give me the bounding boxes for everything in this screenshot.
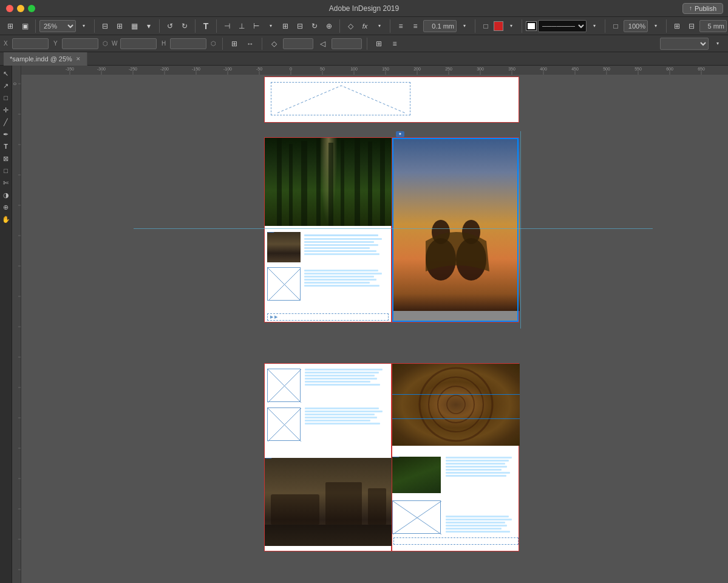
grid-view-icon[interactable]: ⊞: [372, 37, 386, 50]
transform2-icon[interactable]: ◇: [344, 19, 357, 33]
document-tab[interactable]: *sample.indd @ 25% ✕: [4, 52, 87, 66]
tool-group-spacing: ⊞ ⊟ ▾: [670, 19, 728, 33]
svg-rect-70: [380, 139, 385, 226]
tool-gradient[interactable]: ◑: [1, 189, 12, 200]
close-button[interactable]: [6, 5, 13, 12]
svg-text:-100: -100: [223, 67, 232, 71]
distribute-icon[interactable]: ⊟: [293, 19, 307, 33]
transform-icon[interactable]: ↻: [308, 19, 321, 33]
stroke-unit-dropdown[interactable]: ▾: [458, 19, 471, 33]
small-room-thumb[interactable]: ✦: [267, 232, 301, 262]
spread2-right-page[interactable]: [392, 137, 519, 322]
svg-rect-19: [21, 66, 728, 75]
redo-icon[interactable]: ↻: [178, 19, 191, 33]
fill-stroke-icon[interactable]: □: [479, 19, 492, 33]
tool-direct-select[interactable]: ↗: [1, 80, 12, 91]
align-left-icon[interactable]: ⊣: [220, 19, 234, 33]
tool-frame[interactable]: ⊠: [1, 153, 12, 164]
more-icon[interactable]: ▾: [142, 19, 155, 33]
tool-line[interactable]: ╱: [1, 117, 12, 128]
svg-text:250: 250: [445, 67, 452, 71]
sunset-image-frame[interactable]: [392, 138, 520, 311]
layout-icon[interactable]: ⊞: [113, 19, 126, 33]
forest-image-frame[interactable]: ✦: [265, 138, 392, 226]
tool-type[interactable]: T: [1, 141, 12, 152]
style-select[interactable]: [660, 38, 709, 50]
svg-text:400: 400: [540, 67, 547, 71]
style-dropdown[interactable]: ▾: [711, 37, 724, 50]
spacing2-icon[interactable]: ⊟: [685, 19, 698, 33]
tool-pen[interactable]: ✒: [1, 129, 12, 140]
text-line: [304, 234, 378, 236]
tool-group-fill: □ ▾: [479, 19, 522, 33]
wood-image-frame[interactable]: [392, 364, 520, 446]
align-right-icon[interactable]: ⊢: [250, 19, 263, 33]
layout2-icon[interactable]: ▦: [128, 19, 141, 33]
stroke-style-select[interactable]: ────────: [538, 20, 587, 32]
opacity-dropdown[interactable]: ▾: [649, 19, 662, 33]
rotation-icon[interactable]: ◇: [267, 37, 281, 50]
spread1-page[interactable]: [264, 77, 519, 123]
opacity-input[interactable]: [624, 20, 648, 32]
tool-select[interactable]: ↖: [1, 68, 12, 79]
stroke-align-icon[interactable]: ≡: [394, 19, 407, 33]
y-input[interactable]: 190 mm: [62, 38, 98, 49]
maximize-button[interactable]: [28, 5, 35, 12]
svg-text:-50: -50: [256, 67, 262, 71]
rotation-input[interactable]: [283, 38, 313, 49]
canvas-area[interactable]: -350 -300 -250 -200 -150 -100 -50 0: [21, 66, 728, 583]
spread2-left-page[interactable]: ✦ ✦: [264, 137, 392, 322]
small-forest-frame[interactable]: ✦: [392, 457, 441, 493]
tool-page[interactable]: □: [1, 92, 12, 103]
fx-icon[interactable]: fx: [358, 19, 372, 33]
spacing-input[interactable]: [699, 20, 727, 32]
crossed-box-left-1[interactable]: [267, 369, 301, 402]
tab-close-icon[interactable]: ✕: [76, 56, 81, 62]
w-input[interactable]: [120, 38, 157, 49]
spread3-right-page[interactable]: ✦: [392, 363, 519, 551]
stroke-width-input[interactable]: [423, 20, 457, 32]
crossed-box-left-2[interactable]: [267, 407, 301, 441]
view-mode-icon[interactable]: ▣: [18, 19, 32, 33]
shear-icon[interactable]: ◁: [316, 37, 329, 50]
publish-button[interactable]: ↑ Publish: [682, 3, 723, 14]
align-more-icon[interactable]: ▾: [264, 19, 277, 33]
crossed-box-right-bottom[interactable]: [392, 500, 441, 534]
svg-point-85: [420, 368, 492, 441]
spacing-icon[interactable]: ⊞: [670, 19, 684, 33]
tool-content[interactable]: ✛: [1, 104, 12, 115]
zoom-select[interactable]: 25% 50% 75% 100%: [39, 20, 76, 32]
grid-icon[interactable]: ⊟: [98, 19, 112, 33]
shear-input[interactable]: [332, 38, 362, 49]
minimize-button[interactable]: [17, 5, 24, 12]
type-tool-icon[interactable]: T: [199, 19, 213, 33]
arrange-icon[interactable]: ⊞: [4, 19, 17, 33]
flip-h-icon[interactable]: ↔: [243, 37, 257, 50]
y-label: Y: [53, 40, 61, 47]
constrain-icon[interactable]: ⊞: [228, 37, 241, 50]
tool-rect[interactable]: □: [1, 165, 12, 176]
stroke-cap-icon[interactable]: ≡: [409, 19, 422, 33]
stroke-style-dropdown[interactable]: ▾: [588, 19, 601, 33]
fill-more-icon[interactable]: ▾: [505, 19, 518, 33]
stroke-color-swatch[interactable]: [526, 21, 537, 31]
expand-icon[interactable]: ⊕: [322, 19, 336, 33]
h-input[interactable]: [170, 38, 206, 49]
tool-scissors[interactable]: ✄: [1, 177, 12, 188]
tool-zoom[interactable]: ⊕: [1, 202, 12, 213]
undo-icon[interactable]: ↺: [163, 19, 177, 33]
align-options-icon[interactable]: ⊞: [279, 19, 292, 33]
room-image-frame[interactable]: ✦: [265, 458, 392, 546]
opacity-icon[interactable]: □: [609, 19, 622, 33]
align-distribute-icon[interactable]: ⊥: [235, 19, 248, 33]
properties-toolbar: X 232.2 mm Y 190 mm ⬡ W H ⬡ ⊞ ↔ ◇ ◁ ⊞ ≡ …: [0, 35, 728, 52]
zoom-dropdown-arrow[interactable]: ▾: [77, 19, 90, 33]
more2-icon[interactable]: ▾: [373, 19, 386, 33]
spread3-left-page[interactable]: ✦: [264, 363, 392, 551]
fill-color-swatch[interactable]: [494, 21, 503, 31]
list-view-icon[interactable]: ≡: [388, 37, 401, 50]
svg-point-87: [438, 386, 474, 423]
tool-hand[interactable]: ✋: [1, 214, 12, 225]
x-input[interactable]: 232.2 mm: [12, 38, 49, 49]
crossed-placeholder-1[interactable]: [267, 267, 301, 301]
